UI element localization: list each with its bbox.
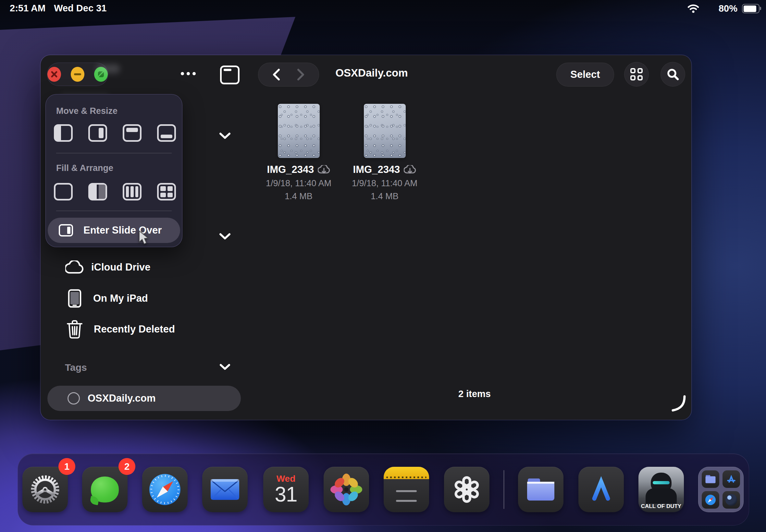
- dock-app-folder[interactable]: [698, 467, 744, 512]
- cloud-icon: [65, 260, 84, 274]
- window-resize-handle[interactable]: [670, 395, 687, 412]
- dock-app-messages[interactable]: [82, 467, 128, 512]
- dock-app-appstore[interactable]: [578, 467, 624, 512]
- file-thumbnail[interactable]: [278, 104, 320, 158]
- file-item[interactable]: IMG_2343 1/9/18, 11:40 AM 1.4 MB: [341, 104, 429, 201]
- slide-over-icon: [59, 224, 73, 236]
- fill-arrange-title: Fill & Arrange: [56, 163, 113, 173]
- file-item[interactable]: IMG_2343 1/9/18, 11:40 AM 1.4 MB: [255, 104, 342, 201]
- view-options-button[interactable]: [624, 62, 649, 87]
- toolbar-layout-button[interactable]: [220, 66, 239, 84]
- wifi-icon: [687, 4, 699, 13]
- dock-app-chatgpt[interactable]: [444, 467, 490, 512]
- settings-badge: 1: [58, 458, 75, 475]
- notes-line: [396, 500, 417, 502]
- dock-app-settings[interactable]: [22, 467, 68, 512]
- split-left-icon[interactable]: [54, 124, 73, 142]
- item-count-status: 2 items: [377, 389, 572, 399]
- tags-chevron-down-icon[interactable]: [219, 363, 231, 371]
- ipad-icon: [68, 289, 81, 308]
- mini-safari-icon: [702, 491, 719, 509]
- sidebar-item-label: On My iPad: [93, 293, 148, 304]
- tags-section-header: Tags: [65, 362, 87, 373]
- battery-percent: 80%: [719, 3, 737, 14]
- dock-app-call-of-duty[interactable]: CALL OF DUTY: [638, 467, 684, 512]
- forward-button[interactable]: [297, 68, 305, 81]
- select-label: Select: [570, 69, 600, 80]
- mini-camera-icon: [723, 491, 740, 509]
- sidebar-item-label: iCloud Drive: [91, 261, 151, 273]
- search-button[interactable]: [661, 62, 685, 87]
- status-bar-right: 80%: [687, 3, 760, 14]
- fill-arrange-options: [54, 183, 176, 200]
- section-chevron-down-icon[interactable]: [218, 232, 231, 241]
- dock-app-notes[interactable]: [384, 467, 429, 512]
- two-pane-icon[interactable]: [88, 183, 107, 200]
- mouse-cursor: [138, 230, 152, 246]
- tag-label: OSXDaily.com: [88, 393, 156, 404]
- messages-badge: 2: [118, 458, 135, 475]
- focus-moon-icon: [704, 4, 714, 14]
- dock-app-calendar[interactable]: Wed 31: [263, 467, 309, 512]
- split-bottom-icon[interactable]: [157, 124, 176, 142]
- message-bubble-icon: [91, 477, 119, 502]
- cod-character-body: [646, 488, 677, 504]
- files-folder-icon: [526, 477, 556, 502]
- app-store-icon: [586, 474, 617, 505]
- gear-icon: [29, 473, 61, 506]
- sidebar-item-on-my-ipad[interactable]: On My iPad: [68, 289, 148, 308]
- history-nav: [258, 63, 319, 87]
- photos-flower-icon: [330, 473, 362, 506]
- file-size: 1.4 MB: [255, 191, 342, 201]
- dock: 1 2: [18, 453, 749, 526]
- four-grid-icon[interactable]: [157, 183, 176, 200]
- three-column-icon[interactable]: [123, 183, 141, 200]
- file-name: IMG_2343: [267, 164, 314, 175]
- file-thumbnail[interactable]: [364, 104, 406, 158]
- select-button[interactable]: Select: [556, 63, 614, 87]
- dock-divider: [504, 470, 505, 509]
- icloud-download-icon: [318, 165, 330, 174]
- calendar-icon: Wed 31: [274, 474, 297, 505]
- tag-color-icon: [67, 392, 80, 405]
- dock-app-mail[interactable]: [202, 467, 248, 512]
- blurred-sidebar-title: [96, 64, 120, 73]
- dock-app-safari[interactable]: [142, 467, 188, 512]
- cod-goggles: [653, 481, 670, 484]
- battery-icon: [742, 4, 760, 13]
- file-date: 1/9/18, 11:40 AM: [255, 178, 342, 188]
- status-date: Wed Dec 31: [54, 3, 106, 14]
- dock-app-files[interactable]: [518, 467, 564, 512]
- file-name: IMG_2343: [353, 164, 400, 175]
- window-toolbar-icon: [220, 66, 239, 84]
- dock-app-photos[interactable]: [323, 467, 369, 512]
- split-top-icon[interactable]: [123, 124, 141, 142]
- split-right-icon[interactable]: [88, 124, 107, 142]
- status-time: 2:51 AM: [10, 3, 45, 14]
- sidebar-item-label: Recently Deleted: [94, 323, 175, 335]
- safari-compass-icon: [148, 473, 181, 506]
- move-resize-title: Move & Resize: [56, 106, 117, 116]
- minimize-button[interactable]: [71, 67, 84, 82]
- sidebar-item-icloud-drive[interactable]: iCloud Drive: [65, 260, 151, 274]
- enter-slide-over-button[interactable]: Enter Slide Over: [48, 218, 180, 243]
- search-icon: [667, 68, 679, 80]
- back-button[interactable]: [272, 68, 280, 81]
- calendar-weekday: Wed: [276, 474, 296, 483]
- sidebar-item-recently-deleted[interactable]: Recently Deleted: [67, 320, 175, 339]
- app-folder-grid: [702, 470, 740, 509]
- fill-screen-icon[interactable]: [54, 183, 73, 200]
- notes-icon-top: [384, 467, 429, 479]
- folder-title: OSXDaily.com: [323, 67, 420, 79]
- icloud-download-icon: [404, 165, 416, 174]
- more-options-button[interactable]: [181, 72, 196, 75]
- section-chevron-down-icon[interactable]: [218, 132, 231, 140]
- trash-icon: [67, 320, 83, 339]
- notes-line: [396, 490, 417, 492]
- close-button[interactable]: [47, 67, 61, 82]
- file-size: 1.4 MB: [341, 191, 429, 201]
- calendar-day: 31: [274, 484, 297, 505]
- tag-item-osxdaily[interactable]: OSXDaily.com: [47, 386, 241, 411]
- mini-files-icon: [702, 470, 719, 488]
- chatgpt-knot-icon: [451, 474, 482, 505]
